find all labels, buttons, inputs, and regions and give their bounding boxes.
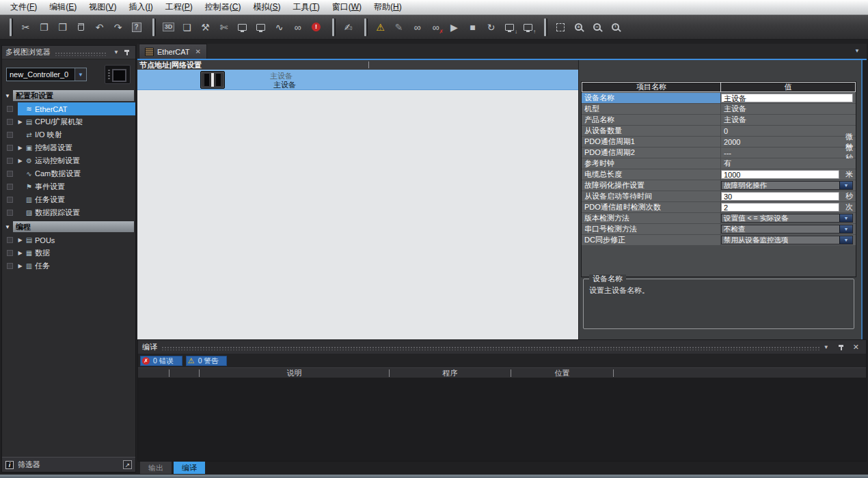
dropdown-arrow-icon[interactable]: ▼	[839, 214, 852, 222]
paste-button[interactable]: ❒	[53, 18, 72, 36]
redo-button[interactable]: ↷	[109, 18, 127, 36]
dropdown-arrow-icon[interactable]: ▼	[74, 68, 86, 81]
expand-icon[interactable]: ↗	[123, 460, 132, 469]
property-select[interactable]: 故障弱化操作▼	[721, 181, 853, 190]
watch-window-button[interactable]	[252, 18, 270, 36]
property-input[interactable]: 30	[721, 192, 839, 201]
menu-item-w[interactable]: 窗口(W)	[326, 0, 368, 14]
property-row: 设备名称主设备	[582, 93, 856, 103]
refresh-button[interactable]: ↻	[482, 18, 500, 36]
stop-button[interactable]: ■	[463, 18, 482, 36]
program-check-all-button[interactable]: ∞✗	[426, 18, 445, 36]
sidebar-item-tasks[interactable]: ▶▥任务	[2, 259, 135, 272]
build-status-row: ✗ 0 错误 ⚠ 0 警告	[138, 354, 866, 367]
pin-icon[interactable]	[124, 50, 129, 52]
chevron-down-icon[interactable]: ▼	[113, 49, 119, 55]
sidebar-item-pous[interactable]: ▶▤POUs	[2, 234, 135, 247]
abort-button[interactable]: !	[307, 18, 325, 36]
tab-build[interactable]: 编译	[174, 462, 205, 474]
sidebar-item-io-map[interactable]: ⇄I/O 映射	[2, 128, 135, 141]
pin-icon[interactable]	[839, 345, 843, 347]
errors-badge[interactable]: ✗ 0 错误	[140, 356, 182, 366]
menu-item-h[interactable]: 帮助(H)	[368, 0, 408, 14]
sidebar-item-controller-settings[interactable]: ▶▣控制器设置	[2, 141, 135, 154]
document-tab-bar: EtherCAT ✕ ▼	[137, 44, 867, 59]
menu-item-s[interactable]: 模拟(S)	[247, 0, 286, 14]
select-value: 故障弱化操作	[722, 182, 839, 189]
master-device-node[interactable]: 主设备 主设备	[137, 70, 578, 90]
chevron-down-icon[interactable]: ▼	[824, 344, 829, 350]
transfer-to-controller-button[interactable]: ↓	[500, 18, 519, 36]
view-3d-button[interactable]: 3D	[159, 18, 178, 36]
dropdown-arrow-icon[interactable]: ▼	[839, 225, 852, 233]
item-checkbox	[7, 184, 13, 190]
sidebar-item-data[interactable]: ▶▦数据	[2, 247, 135, 259]
data-icon: ▦	[24, 249, 34, 257]
program-check-button[interactable]: ∞	[408, 18, 426, 36]
edit-mode-button[interactable]: ✍	[339, 18, 357, 36]
property-input[interactable]: 1000	[721, 170, 839, 179]
transfer-from-controller-button[interactable]: ↑	[519, 18, 537, 36]
sidebar-item-cpu-rack[interactable]: ▶▤CPU/扩展机架	[2, 115, 135, 128]
zoom-fit-button[interactable]	[551, 18, 569, 36]
delete-button[interactable]	[72, 18, 90, 36]
run-button[interactable]: ▶	[445, 18, 463, 36]
undo-button[interactable]: ↶	[90, 18, 109, 36]
menu-item-p[interactable]: 工程(P)	[159, 0, 199, 14]
zoom-in-button[interactable]: +	[569, 18, 588, 36]
property-select[interactable]: 设置值 < = 实际设备▼	[721, 214, 853, 223]
cut-button[interactable]: ✂	[16, 18, 35, 36]
menu-item-v[interactable]: 视图(V)	[83, 0, 122, 14]
section-config[interactable]: ▼配置和设置	[2, 89, 134, 102]
menu-item-e[interactable]: 编辑(E)	[43, 0, 83, 14]
dropdown-arrow-icon[interactable]: ▼	[839, 236, 852, 244]
search-button[interactable]: ∞	[288, 18, 307, 36]
zoom-100-button[interactable]: ¹	[606, 18, 625, 36]
dropdown-arrow-icon[interactable]: ▼	[839, 182, 852, 189]
filter-bar[interactable]: i 筛选器 ↗	[2, 457, 135, 472]
rebuild-disabled-button[interactable]: ✎	[390, 18, 408, 36]
sidebar-item-data-trace-settings[interactable]: ▨数据跟踪设置	[2, 206, 135, 219]
menu-item-t[interactable]: 工具(T)	[286, 0, 325, 14]
section-programming[interactable]: ▼编程	[2, 221, 134, 233]
warnings-badge[interactable]: ⚠ 0 警告	[186, 356, 228, 366]
help-button[interactable]: ?	[127, 18, 146, 36]
copy-button[interactable]: ❐	[35, 18, 53, 36]
tab-list-dropdown-icon[interactable]: ▼	[854, 48, 860, 54]
sidebar-item-task-settings[interactable]: ▥任务设置	[2, 193, 135, 206]
properties-grid: 项目名称 值 设备名称主设备机型主设备产品名称主设备从设备数量0PDO通信周期1…	[581, 81, 856, 277]
build-col-program: 程序	[390, 369, 511, 377]
property-select[interactable]: 不检查▼	[721, 225, 853, 234]
menu-item-i[interactable]: 插入(I)	[122, 0, 159, 14]
sidebar-item-motion-control-settings[interactable]: ▶⚙运动控制设置	[2, 154, 135, 167]
sidebar-item-cam-data-settings[interactable]: ∿Cam数据设置	[2, 167, 135, 180]
menu-item-f[interactable]: 文件(F)	[4, 0, 43, 14]
property-input[interactable]: 2	[721, 203, 839, 212]
sidebar-item-ethercat[interactable]: ≋EtherCAT	[2, 102, 135, 115]
property-label: 版本检测方法	[582, 213, 720, 223]
controller-select[interactable]: new_Controller_0 ▼	[6, 68, 87, 81]
property-row: 版本检测方法设置值 < = 实际设备▼	[582, 213, 856, 223]
build-panel-title-bar: 编译 ▼ ✕	[138, 340, 866, 354]
property-row: 串口号检测方法不检查▼	[582, 224, 856, 234]
help-box: 设备名称 设置主设备名称。	[583, 279, 854, 329]
build-warning-button[interactable]: ⚠	[371, 18, 390, 36]
zoom-out-button[interactable]: −	[588, 18, 606, 36]
tab-ethercat[interactable]: EtherCAT ✕	[139, 44, 207, 59]
build-col-description: 说明	[200, 369, 390, 377]
build-tools-button[interactable]: ⚒	[196, 18, 215, 36]
task-settings-icon: ▥	[24, 196, 34, 203]
pulse-trace-button[interactable]: ∿	[270, 18, 288, 36]
sidebar-item-event-settings[interactable]: ⚑事件设置	[2, 180, 135, 193]
tab-output[interactable]: 输出	[140, 462, 172, 474]
monitor-window-button[interactable]	[233, 18, 252, 36]
transfer-from-controller-icon	[524, 24, 532, 31]
menu-item-c[interactable]: 控制器(C)	[199, 0, 247, 14]
property-select[interactable]: 禁用从设备监控选项▼	[721, 236, 853, 244]
ethercat-icon	[145, 48, 154, 56]
property-input[interactable]: 主设备	[721, 94, 853, 102]
cut-alt-button[interactable]: ✄	[215, 18, 233, 36]
cascade-windows-button[interactable]: ❏	[178, 18, 196, 36]
close-icon[interactable]: ✕	[853, 343, 859, 352]
close-icon[interactable]: ✕	[195, 48, 200, 55]
